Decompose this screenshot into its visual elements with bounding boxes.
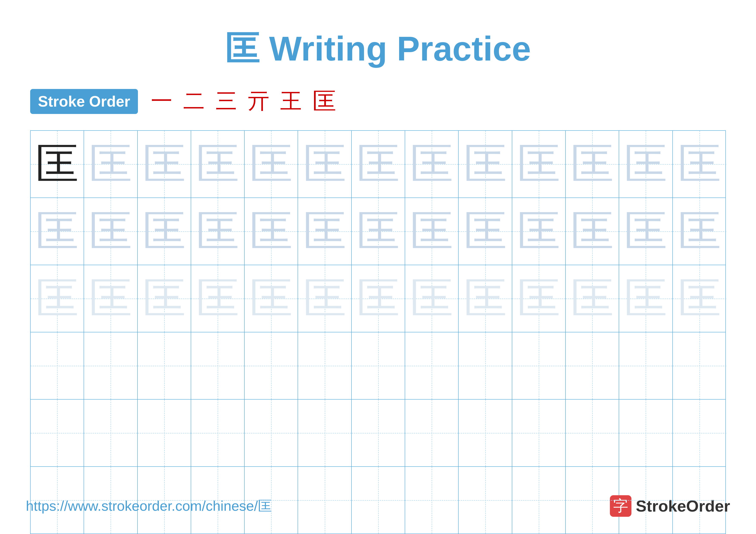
- grid-cell-4-13[interactable]: [673, 332, 726, 399]
- practice-grid: 匡 匡 匡 匡 匡 匡 匡 匡 匡 匡 匡 匡 匡 匡 匡 匡 匡 匡 匡 匡 …: [30, 130, 726, 534]
- grid-row-4: [31, 332, 725, 399]
- grid-cell-6-7[interactable]: [352, 467, 405, 534]
- grid-cell-5-11[interactable]: [566, 399, 619, 466]
- grid-cell-2-12[interactable]: 匡: [619, 198, 673, 265]
- grid-cell-5-10[interactable]: [512, 399, 566, 466]
- grid-cell-1-2[interactable]: 匡: [84, 131, 138, 197]
- grid-cell-3-10[interactable]: 匡: [512, 265, 566, 332]
- grid-cell-2-4[interactable]: 匡: [191, 198, 245, 265]
- grid-cell-4-2[interactable]: [84, 332, 138, 399]
- page-title: 匡 Writing Practice: [225, 29, 531, 68]
- grid-cell-6-12[interactable]: [619, 467, 673, 534]
- footer-logo: 字 StrokeOrder: [610, 495, 730, 517]
- title-section: 匡 Writing Practice: [26, 26, 730, 72]
- grid-cell-4-7[interactable]: [352, 332, 405, 399]
- grid-cell-6-5[interactable]: [245, 467, 298, 534]
- grid-cell-2-11[interactable]: 匡: [566, 198, 619, 265]
- stroke-order-section: Stroke Order 一 二 三 亓 王 匡: [30, 85, 730, 117]
- grid-cell-1-12[interactable]: 匡: [619, 131, 673, 197]
- grid-cell-3-5[interactable]: 匡: [245, 265, 298, 332]
- grid-cell-5-4[interactable]: [191, 399, 245, 466]
- logo-icon: 字: [610, 495, 632, 517]
- grid-cell-1-11[interactable]: 匡: [566, 131, 619, 197]
- grid-cell-6-10[interactable]: [512, 467, 566, 534]
- stroke-1: 一: [151, 87, 173, 116]
- char-display: 匡: [36, 142, 79, 186]
- grid-cell-3-11[interactable]: 匡: [566, 265, 619, 332]
- grid-cell-3-13[interactable]: 匡: [673, 265, 726, 332]
- grid-cell-1-4[interactable]: 匡: [191, 131, 245, 197]
- grid-cell-5-6[interactable]: [298, 399, 351, 466]
- grid-cell-1-5[interactable]: 匡: [245, 131, 298, 197]
- title-label: Writing Practice: [269, 29, 531, 68]
- grid-cell-6-6[interactable]: [298, 467, 351, 534]
- grid-row-3: 匡 匡 匡 匡 匡 匡 匡 匡 匡 匡 匡 匡 匡: [31, 265, 725, 332]
- grid-row-5: [31, 399, 725, 467]
- grid-cell-2-5[interactable]: 匡: [245, 198, 298, 265]
- grid-cell-3-6[interactable]: 匡: [298, 265, 351, 332]
- grid-cell-2-7[interactable]: 匡: [352, 198, 405, 265]
- grid-cell-2-9[interactable]: 匡: [459, 198, 512, 265]
- grid-cell-5-5[interactable]: [245, 399, 298, 466]
- grid-cell-4-12[interactable]: [619, 332, 673, 399]
- grid-cell-3-7[interactable]: 匡: [352, 265, 405, 332]
- grid-cell-2-1[interactable]: 匡: [31, 198, 84, 265]
- page: 匡 Writing Practice Stroke Order 一 二 三 亓 …: [0, 0, 756, 534]
- grid-cell-1-6[interactable]: 匡: [298, 131, 351, 197]
- grid-cell-2-6[interactable]: 匡: [298, 198, 351, 265]
- grid-cell-1-13[interactable]: 匡: [673, 131, 726, 197]
- grid-cell-5-1[interactable]: [31, 399, 84, 466]
- stroke-3: 三: [216, 87, 237, 116]
- grid-cell-6-13[interactable]: [673, 467, 726, 534]
- grid-cell-5-2[interactable]: [84, 399, 138, 466]
- grid-cell-5-9[interactable]: [459, 399, 512, 466]
- grid-cell-3-8[interactable]: 匡: [405, 265, 459, 332]
- grid-cell-5-3[interactable]: [138, 399, 191, 466]
- grid-cell-1-7[interactable]: 匡: [352, 131, 405, 197]
- stroke-order-badge: Stroke Order: [30, 89, 138, 114]
- grid-cell-4-4[interactable]: [191, 332, 245, 399]
- stroke-2: 二: [183, 87, 205, 116]
- grid-cell-4-9[interactable]: [459, 332, 512, 399]
- grid-cell-3-1[interactable]: 匡: [31, 265, 84, 332]
- grid-cell-3-4[interactable]: 匡: [191, 265, 245, 332]
- grid-cell-4-5[interactable]: [245, 332, 298, 399]
- grid-cell-3-2[interactable]: 匡: [84, 265, 138, 332]
- grid-cell-4-11[interactable]: [566, 332, 619, 399]
- grid-cell-1-9[interactable]: 匡: [459, 131, 512, 197]
- logo-text: StrokeOrder: [636, 497, 730, 515]
- grid-cell-6-1[interactable]: [31, 467, 84, 534]
- grid-cell-3-9[interactable]: 匡: [459, 265, 512, 332]
- grid-cell-5-7[interactable]: [352, 399, 405, 466]
- grid-cell-1-1[interactable]: 匡: [31, 131, 84, 197]
- grid-cell-2-8[interactable]: 匡: [405, 198, 459, 265]
- grid-cell-2-13[interactable]: 匡: [673, 198, 726, 265]
- grid-cell-6-11[interactable]: [566, 467, 619, 534]
- grid-cell-1-8[interactable]: 匡: [405, 131, 459, 197]
- grid-cell-2-10[interactable]: 匡: [512, 198, 566, 265]
- grid-cell-4-10[interactable]: [512, 332, 566, 399]
- grid-cell-1-10[interactable]: 匡: [512, 131, 566, 197]
- grid-cell-4-8[interactable]: [405, 332, 459, 399]
- grid-row-1: 匡 匡 匡 匡 匡 匡 匡 匡 匡 匡 匡 匡 匡: [31, 131, 725, 198]
- grid-cell-4-6[interactable]: [298, 332, 351, 399]
- grid-cell-5-13[interactable]: [673, 399, 726, 466]
- grid-cell-6-2[interactable]: [84, 467, 138, 534]
- grid-cell-4-1[interactable]: [31, 332, 84, 399]
- grid-cell-5-8[interactable]: [405, 399, 459, 466]
- title-char: 匡: [225, 29, 259, 68]
- grid-cell-6-3[interactable]: [138, 467, 191, 534]
- grid-cell-6-4[interactable]: [191, 467, 245, 534]
- grid-cell-3-12[interactable]: 匡: [619, 265, 673, 332]
- grid-cell-2-3[interactable]: 匡: [138, 198, 191, 265]
- grid-cell-3-3[interactable]: 匡: [138, 265, 191, 332]
- grid-cell-6-8[interactable]: [405, 467, 459, 534]
- grid-cell-2-2[interactable]: 匡: [84, 198, 138, 265]
- grid-cell-5-12[interactable]: [619, 399, 673, 466]
- grid-cell-1-3[interactable]: 匡: [138, 131, 191, 197]
- grid-cell-6-9[interactable]: [459, 467, 512, 534]
- grid-cell-4-3[interactable]: [138, 332, 191, 399]
- footer-url[interactable]: https://www.strokeorder.com/chinese/匡: [26, 496, 272, 516]
- stroke-sequence: 一 二 三 亓 王 匡: [151, 85, 336, 117]
- grid-row-2: 匡 匡 匡 匡 匡 匡 匡 匡 匡 匡 匡 匡 匡: [31, 198, 725, 265]
